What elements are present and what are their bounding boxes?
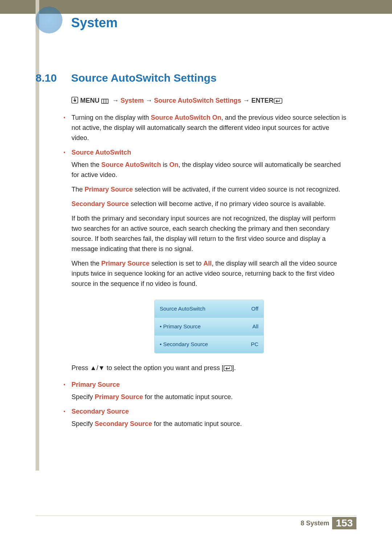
menu-row: • Primary Source All xyxy=(155,317,264,335)
bullet-primary-source: Primary Source Specify Primary Source fo… xyxy=(64,379,347,402)
menu-row: Source AutoSwitch Off xyxy=(155,300,264,317)
up-down-arrows-icon: ▲/▼ xyxy=(90,364,105,372)
bullet-secondary-source: Secondary Source Specify Secondary Sourc… xyxy=(64,406,347,429)
menu-grid-icon xyxy=(101,99,109,104)
primary-source-title: Primary Source xyxy=(72,379,347,390)
menu-row-label: Source AutoSwitch xyxy=(160,304,205,314)
enter-icon xyxy=(224,365,232,371)
footer: 153 8 System xyxy=(36,517,356,529)
sa-p3: Secondary Source selection will become a… xyxy=(72,199,347,209)
chapter-badge xyxy=(36,7,62,33)
enter-icon xyxy=(274,98,282,104)
footer-section-label: 8 System xyxy=(301,517,329,529)
sa-p5: When the Primary Source selection is set… xyxy=(72,258,347,289)
menu-screenshot: Source AutoSwitch Off • Primary Source A… xyxy=(154,300,264,353)
sa-p1: When the Source AutoSwitch is On, the di… xyxy=(72,160,347,180)
left-margin-strip xyxy=(36,0,39,471)
menu-row-value: PC xyxy=(251,339,258,349)
secondary-source-title: Secondary Source xyxy=(72,406,347,416)
menu-row-label: • Secondary Source xyxy=(160,339,208,349)
breadcrumb-system: System xyxy=(121,97,144,104)
breadcrumb-menu: MENU xyxy=(80,97,99,104)
sa-p4: If both the primary and secondary input … xyxy=(72,213,347,254)
menu-row-label: • Primary Source xyxy=(160,321,201,332)
bullet-intro: Turning on the display with Source AutoS… xyxy=(64,112,347,143)
primary-source-text: Specify Primary Source for the automatic… xyxy=(72,392,347,402)
breadcrumb-arrow-3: → xyxy=(243,97,250,104)
breadcrumb-arrow-1: → xyxy=(112,97,119,104)
press-instruction: Press ▲/▼ to select the option you want … xyxy=(72,363,347,373)
secondary-source-text: Specify Secondary Source for the automat… xyxy=(72,419,347,429)
breadcrumb: MENU → System → Source AutoSwitch Settin… xyxy=(71,97,282,104)
sa-p2: The Primary Source selection will be act… xyxy=(72,184,347,194)
breadcrumb-sas: Source AutoSwitch Settings xyxy=(154,97,241,104)
menu-row-value: All xyxy=(252,321,258,332)
section-title: Source AutoSwitch Settings xyxy=(71,72,217,84)
breadcrumb-enter: ENTER xyxy=(252,97,274,104)
menu-row-value: Off xyxy=(251,304,258,314)
page-number: 153 xyxy=(332,517,356,529)
footer-rule xyxy=(36,516,356,516)
source-autoswitch-title: Source AutoSwitch xyxy=(72,147,347,157)
menu-row: • Secondary Source PC xyxy=(155,335,264,353)
section-number: 8.10 xyxy=(36,72,57,84)
breadcrumb-arrow-2: → xyxy=(146,97,152,104)
svg-rect-1 xyxy=(102,99,108,103)
chapter-title: System xyxy=(71,15,118,30)
body-column: Turning on the display with Source AutoS… xyxy=(64,112,347,433)
bullet-source-autoswitch: Source AutoSwitch When the Source AutoSw… xyxy=(64,147,347,373)
hand-icon xyxy=(71,97,78,104)
